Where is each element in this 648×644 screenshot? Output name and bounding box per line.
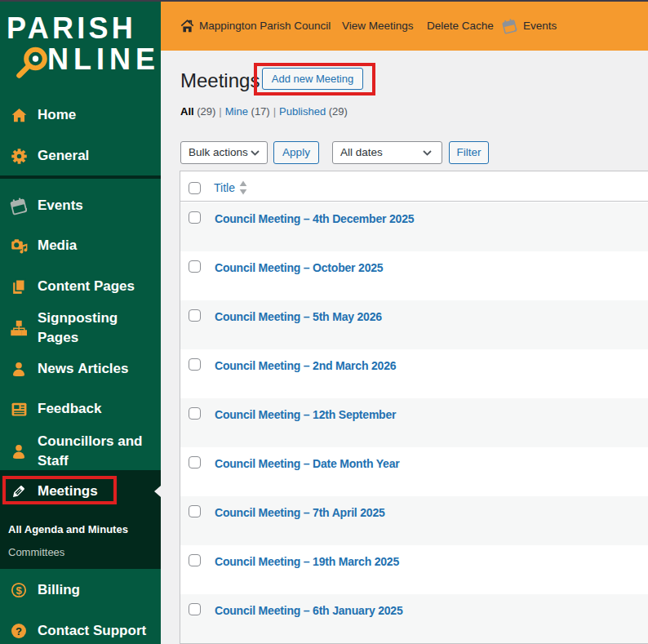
svg-text:$: $ bbox=[16, 584, 22, 597]
svg-text:?: ? bbox=[16, 625, 22, 637]
